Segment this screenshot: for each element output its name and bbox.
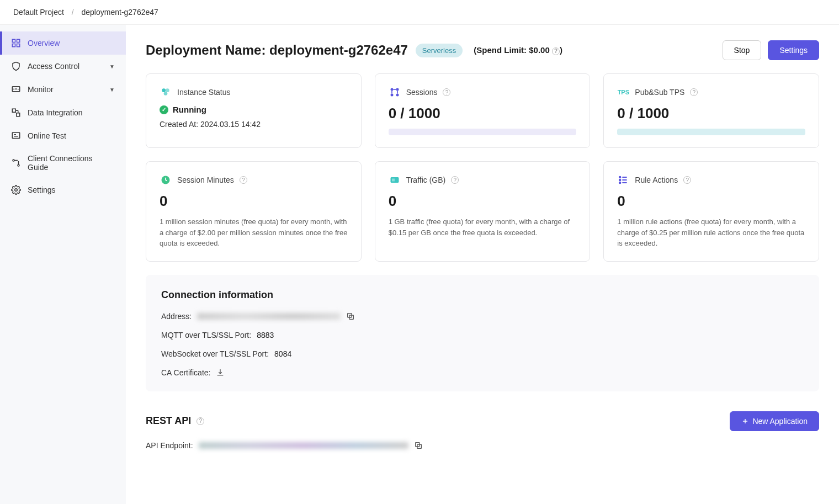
card-sessions: Sessions ? 0 / 1000 [375,73,591,148]
page-header: Deployment Name: deployment-g2762e47 Ser… [146,40,819,60]
svg-rect-12 [12,132,20,139]
help-icon[interactable]: ? [683,176,691,184]
svg-rect-2 [12,44,15,47]
card-tps: TPS Pub&Sub TPS ? 0 / 1000 [603,73,819,148]
sidebar-label: Access Control [28,62,79,71]
guide-icon [11,158,21,168]
help-icon[interactable]: ? [451,176,459,184]
svg-rect-32 [392,179,395,182]
ws-label: WebSocket over TLS/SSL Port: [161,349,269,358]
svg-rect-9 [17,113,20,116]
sidebar-label: Online Test [28,131,66,140]
sidebar-label: Settings [28,185,56,194]
svg-rect-1 [17,39,20,42]
sessions-icon [389,86,401,98]
tps-icon: TPS [617,86,629,98]
integration-icon [11,108,21,118]
help-icon[interactable]: ? [690,88,698,96]
card-title: Rule Actions [635,176,678,184]
copy-icon[interactable] [346,312,355,321]
help-icon[interactable]: ? [443,88,450,96]
svg-point-25 [390,94,393,97]
sessions-bar [389,129,577,135]
plus-icon [741,417,749,425]
sidebar-item-online-test[interactable]: Online Test [0,124,126,147]
rules-value: 0 [617,193,805,210]
sidebar-item-settings[interactable]: Settings [0,178,126,201]
new-application-button[interactable]: New Application [730,411,819,431]
chevron-down-icon: ▼ [109,63,115,70]
breadcrumb-project[interactable]: Default Project [13,8,64,17]
card-traffic: Traffic (GB) ? 0 1 GB traffic (free quot… [375,161,591,262]
rules-icon [617,174,629,186]
svg-point-37 [619,182,621,184]
rules-desc: 1 million rule actions (free quota) for … [617,216,805,249]
svg-point-21 [166,88,169,92]
tps-value: 0 / 1000 [617,105,805,122]
sidebar-label: Monitor [28,85,54,94]
card-title: Pub&Sub TPS [635,88,684,97]
svg-point-15 [13,160,14,161]
test-icon [11,131,21,141]
api-endpoint-label: API Endpoint: [146,441,193,450]
card-title: Instance Status [177,88,231,97]
svg-point-20 [162,88,166,92]
breadcrumb: Default Project / deployment-g2762e47 [0,0,839,25]
card-title: Session Minutes [177,176,234,184]
sessions-value: 0 / 1000 [389,105,577,122]
rest-api-title: REST API [146,415,191,427]
svg-rect-8 [12,109,15,112]
svg-point-24 [396,88,399,91]
svg-rect-0 [12,39,15,42]
sidebar-label: Data Integration [28,108,83,117]
stop-button[interactable]: Stop [723,40,762,60]
copy-icon[interactable] [414,441,423,450]
chevron-down-icon: ▼ [109,87,115,93]
monitor-icon [11,84,21,94]
mqtt-port: 8883 [257,331,274,339]
help-icon[interactable]: ? [552,47,560,55]
settings-button[interactable]: Settings [768,40,819,60]
tps-bar [617,129,805,135]
card-instance-status: Instance Status ✓ Running Created At: 20… [146,73,362,148]
overview-icon [11,38,21,48]
serverless-badge: Serverless [416,44,463,57]
card-title: Sessions [406,88,438,97]
main-content: Deployment Name: deployment-g2762e47 Ser… [126,25,839,504]
spend-limit: (Spend Limit: $0.00 ?) [474,45,562,55]
sidebar: Overview Access Control ▼ Monitor ▼ Data… [0,25,126,504]
breadcrumb-separator: / [72,8,74,17]
svg-point-16 [18,165,19,166]
traffic-desc: 1 GB traffic (free quota) for every mont… [389,216,577,238]
svg-point-35 [619,179,621,181]
mqtt-label: MQTT over TLS/SSL Port: [161,331,251,339]
breadcrumb-deployment: deployment-g2762e47 [82,8,158,17]
sidebar-label: Overview [28,39,60,47]
help-icon[interactable]: ? [197,417,204,425]
address-value-redacted [197,313,341,320]
clock-icon [160,174,172,186]
sidebar-item-access-control[interactable]: Access Control ▼ [0,55,126,78]
minutes-desc: 1 million session minutes (free quota) f… [160,216,348,249]
card-title: Traffic (GB) [406,176,446,184]
download-icon[interactable] [216,368,225,377]
shield-icon [11,61,21,71]
minutes-value: 0 [160,193,348,210]
sidebar-item-connections-guide[interactable]: Client Connections Guide [0,147,126,178]
sidebar-item-overview[interactable]: Overview [0,31,126,55]
sidebar-item-monitor[interactable]: Monitor ▼ [0,78,126,101]
help-icon[interactable]: ? [240,176,247,184]
api-endpoint-redacted [199,442,408,449]
sidebar-item-data-integration[interactable]: Data Integration [0,101,126,124]
card-rule-actions: Rule Actions ? 0 1 million rule actions … [603,161,819,262]
connection-panel: Connection information Address: MQTT ove… [146,275,819,391]
svg-point-22 [164,92,168,96]
check-icon: ✓ [160,105,168,114]
svg-point-23 [390,88,393,91]
instance-icon [160,86,172,98]
created-at: Created At: 2024.03.15 14:42 [160,120,348,129]
svg-point-26 [396,94,399,97]
address-label: Address: [161,312,192,321]
svg-point-33 [619,177,621,178]
svg-point-19 [15,189,18,192]
